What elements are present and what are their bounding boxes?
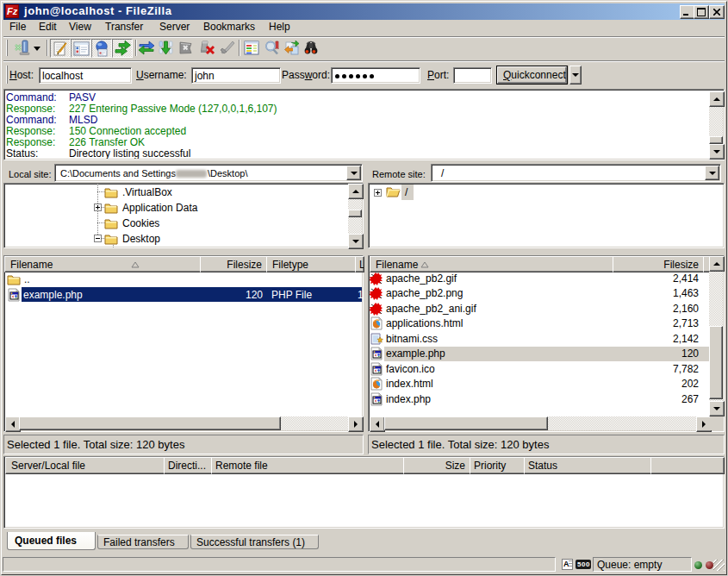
svg-text:Fz: Fz [7, 6, 18, 16]
